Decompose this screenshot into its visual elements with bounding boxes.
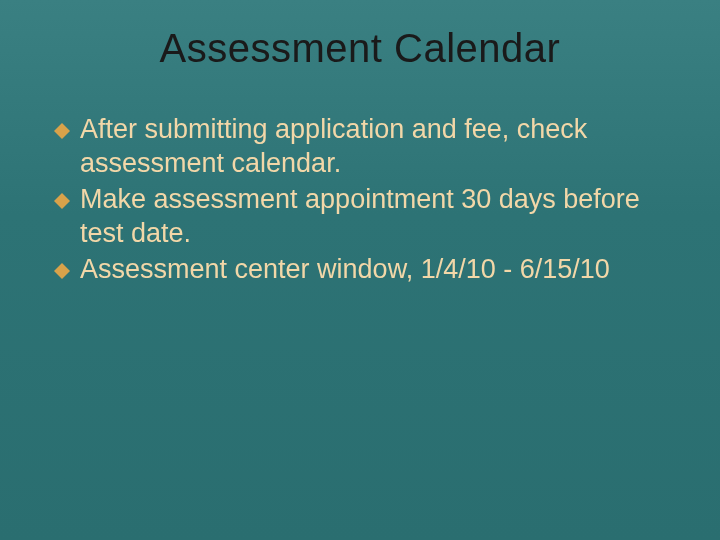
bullet-text: After submitting application and fee, ch… — [80, 114, 587, 178]
slide-body: After submitting application and fee, ch… — [54, 112, 674, 288]
svg-marker-2 — [54, 263, 70, 279]
slide-title: Assessment Calendar — [0, 26, 720, 71]
list-item: After submitting application and fee, ch… — [54, 112, 674, 180]
list-item: Assessment center window, 1/4/10 - 6/15/… — [54, 252, 674, 286]
bullet-text: Assessment center window, 1/4/10 - 6/15/… — [80, 254, 610, 284]
slide: Assessment Calendar After submitting app… — [0, 0, 720, 540]
bullet-text: Make assessment appointment 30 days befo… — [80, 184, 640, 248]
svg-marker-0 — [54, 123, 70, 139]
svg-marker-1 — [54, 193, 70, 209]
list-item: Make assessment appointment 30 days befo… — [54, 182, 674, 250]
